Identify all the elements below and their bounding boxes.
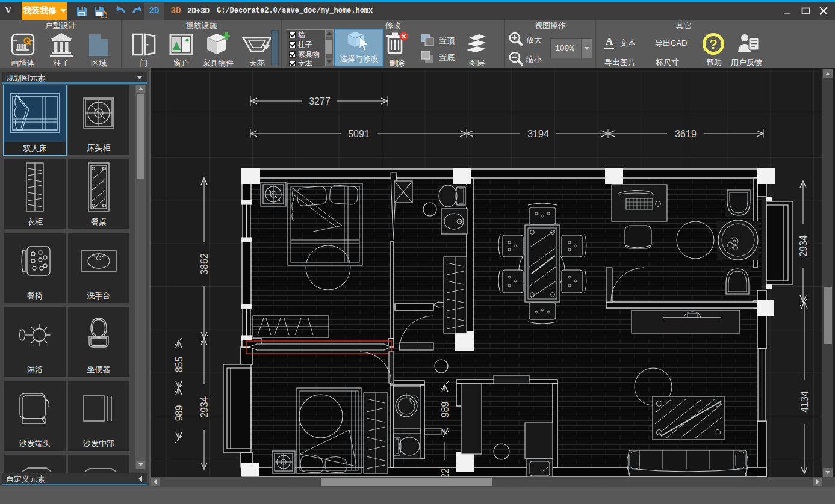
checklist-scroll-thumb[interactable]	[326, 40, 332, 54]
drawing-canvas[interactable]: 3277 5091 3194 3619	[151, 68, 835, 504]
zoom-level-dropdown-button[interactable]	[581, 39, 592, 58]
select-modify-button[interactable]: 选择与修改	[335, 29, 383, 66]
desk-symbol	[612, 185, 667, 221]
export-image-button[interactable]: 导出图片	[604, 57, 636, 68]
bring-top-label[interactable]: 置顶	[439, 35, 455, 46]
coffee-table-symbol	[653, 396, 724, 440]
zoom-out-label[interactable]: 缩小	[526, 54, 542, 65]
checklist-scroll-up-icon[interactable]	[326, 30, 333, 37]
ceiling-button[interactable]: 天花	[240, 31, 275, 69]
library-scroll-down-icon[interactable]	[136, 461, 145, 469]
library-header[interactable]: 规划图元素	[2, 72, 147, 84]
element-item-dining-table[interactable]: 餐桌	[68, 159, 129, 229]
canvas-scroll-down-icon[interactable]	[823, 468, 833, 477]
furniture-button[interactable]: 家具物件	[197, 31, 238, 69]
bring-top-button[interactable]	[420, 33, 435, 49]
ribbon-group-others: 其它 A 文本 导出CAD 导出图片 标尺寸 ? 帮助	[595, 20, 834, 68]
layers-button[interactable]: 图层	[461, 31, 492, 69]
text-tool-label[interactable]: 文本	[620, 38, 636, 49]
region-button[interactable]: 区域	[81, 31, 117, 69]
custom-elements-bar[interactable]: 自定义元素	[2, 473, 147, 485]
feedback-button[interactable]	[737, 33, 761, 58]
element-item-nightstand[interactable]: 床头柜	[68, 85, 129, 155]
save-as-button[interactable]	[93, 4, 108, 19]
element-label: 沙发中部	[68, 438, 129, 449]
zoom-in-icon	[508, 31, 524, 47]
element-item-shower[interactable]: 淋浴	[4, 307, 66, 377]
facilities-scrollbar[interactable]	[271, 30, 279, 66]
canvas-vertical-scrollbar[interactable]	[822, 69, 833, 477]
window-button[interactable]: 窗户	[164, 31, 199, 69]
element-item-partial[interactable]	[68, 455, 129, 473]
door-button[interactable]: 门	[126, 31, 161, 69]
tab-2d[interactable]: 2D	[144, 2, 164, 20]
element-item-toilet[interactable]: 坐便器	[68, 307, 129, 377]
floor-plan[interactable]: 3277 5091 3194 3619	[151, 69, 822, 477]
window-label: 窗户	[164, 58, 199, 69]
group-label-house-design: 户型设计	[0, 20, 121, 31]
text-checkbox[interactable]	[289, 61, 296, 66]
send-bottom-icon	[420, 50, 435, 64]
select-modify-label: 选择与修改	[340, 54, 379, 64]
help-button[interactable]: ?	[702, 32, 725, 58]
send-bottom-button[interactable]	[420, 50, 435, 66]
tab-2d-plus-3d[interactable]: 2D+3D	[187, 2, 210, 20]
checklist-scroll-down-icon[interactable]	[326, 58, 333, 66]
group-label-others: 其它	[596, 20, 772, 31]
element-grid: 双人床 床头柜	[0, 85, 135, 473]
zoom-out-icon	[508, 51, 524, 66]
save-icon	[76, 5, 88, 17]
pillar-checkbox[interactable]	[289, 41, 296, 48]
ribbon-group-facilities: 摆放设施 门	[121, 20, 281, 68]
element-label: 沙发端头	[4, 438, 66, 449]
maximize-button[interactable]	[797, 2, 814, 20]
checklist-scrollbar[interactable]	[325, 30, 333, 66]
text-tool-icon[interactable]: A	[604, 35, 614, 49]
wall-checkbox-label: 墙	[298, 30, 305, 40]
send-bottom-label[interactable]: 置底	[439, 52, 455, 63]
tv-cabinet-symbol	[632, 310, 740, 333]
kitchen-counter-left	[461, 384, 482, 454]
delete-button[interactable]: 删除	[381, 31, 412, 69]
basin2-symbol	[394, 387, 421, 429]
redo-button[interactable]	[131, 4, 145, 19]
nightstand-icon	[68, 85, 129, 141]
sofa-symbol	[627, 450, 748, 476]
element-item-washbasin[interactable]: 洗手台	[68, 233, 129, 303]
library-scrollbar[interactable]	[135, 85, 146, 469]
pillar-button[interactable]: 柱子	[43, 31, 79, 69]
draw-wall-button[interactable]: 画墙体	[4, 31, 42, 69]
tab-3d[interactable]: 3D	[167, 2, 185, 20]
svg-text:5091: 5091	[348, 129, 370, 139]
close-button[interactable]	[815, 2, 832, 20]
minimize-button[interactable]	[779, 2, 796, 20]
element-item-sofa-middle[interactable]: 沙发中部	[68, 381, 129, 451]
door-icon	[126, 31, 161, 58]
door-label: 门	[126, 58, 161, 69]
canvas-vscroll-thumb[interactable]	[824, 287, 832, 344]
element-item-sofa-end[interactable]: 沙发端头	[4, 381, 66, 451]
main-menu-button[interactable]: 我装我修	[22, 2, 67, 20]
zoom-in-label[interactable]: 放大	[526, 35, 542, 46]
element-item-partial[interactable]	[4, 455, 66, 473]
save-button[interactable]	[75, 4, 89, 19]
furniture-checkbox[interactable]	[289, 51, 296, 58]
library-scroll-up-icon[interactable]	[136, 85, 145, 93]
canvas-horizontal-scrollbar[interactable]	[151, 477, 822, 487]
undo-button[interactable]	[113, 4, 127, 19]
canvas-scroll-right-icon[interactable]	[813, 478, 822, 486]
facilities-more-dropdown[interactable]	[262, 45, 270, 49]
mark-dimension-button[interactable]: 标尺寸	[656, 57, 679, 68]
canvas-scroll-up-icon[interactable]	[823, 69, 833, 78]
export-cad-button[interactable]: 导出CAD	[655, 38, 687, 49]
zoom-out-button[interactable]	[508, 51, 524, 69]
element-item-dining-chair[interactable]: 餐椅	[4, 233, 66, 303]
library-scroll-thumb[interactable]	[137, 94, 144, 179]
zoom-in-button[interactable]	[508, 31, 524, 49]
element-item-double-bed[interactable]: 双人床	[4, 85, 66, 155]
wall-checkbox[interactable]	[289, 32, 296, 38]
zoom-level-combobox[interactable]: 100%	[550, 38, 592, 58]
element-item-wardrobe[interactable]: 衣柜	[4, 159, 66, 229]
canvas-hscroll-thumb[interactable]	[321, 478, 492, 486]
canvas-scroll-left-icon[interactable]	[151, 478, 160, 486]
